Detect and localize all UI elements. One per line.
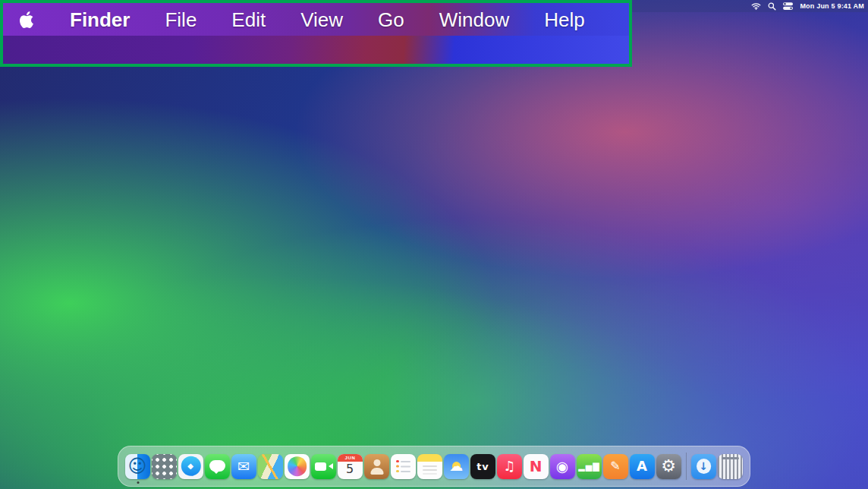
dock-tv-icon[interactable]: tv — [470, 454, 495, 479]
news-glyph: N — [530, 459, 543, 474]
dock-weather-icon[interactable]: ☁ — [444, 454, 469, 479]
dock-reminders-icon[interactable] — [391, 454, 416, 479]
dock-safari-icon[interactable]: ◆ — [178, 454, 203, 479]
dock-facetime-icon[interactable] — [311, 454, 336, 479]
tv-glyph: tv — [476, 462, 489, 472]
dock-photos-icon[interactable] — [285, 454, 310, 479]
dock-system-settings-icon[interactable]: ⚙ — [656, 454, 681, 479]
dock-notes-icon[interactable] — [417, 454, 442, 479]
menu-bar-clock[interactable]: Mon Jun 5 9:41 AM — [800, 2, 864, 10]
dock-music-icon[interactable]: ♫ — [497, 454, 522, 479]
dock-maps-icon[interactable] — [258, 454, 283, 479]
dock-news-icon[interactable]: N — [524, 454, 549, 479]
dock-app-store-icon[interactable]: A — [630, 454, 655, 479]
menu-item-finder[interactable]: Finder — [70, 10, 130, 30]
menu-item-window[interactable]: Window — [439, 10, 509, 30]
callout-menu-bar: FinderFileEditViewGoWindowHelp — [3, 3, 629, 36]
system-settings-glyph: ⚙ — [661, 458, 677, 475]
wifi-icon[interactable] — [751, 2, 761, 10]
photos-disc — [288, 456, 307, 476]
calendar-glyph: 5 — [346, 463, 354, 475]
menu-bar-callout: FinderFileEditViewGoWindowHelp — [0, 0, 632, 67]
music-glyph: ♫ — [503, 459, 516, 473]
dock-trash-icon[interactable] — [718, 454, 743, 479]
dock: ☺◆✉JUN5☁tv♫N◉▂▅▇✎A⚙↓ — [118, 446, 750, 487]
menu-item-help[interactable]: Help — [544, 10, 584, 30]
downloads-glyph: ↓ — [699, 461, 709, 472]
podcasts-glyph: ◉ — [556, 459, 570, 474]
dock-finder-icon[interactable]: ☺ — [125, 454, 150, 479]
calendar-top-label: JUN — [338, 454, 363, 462]
callout-wallpaper-strip — [3, 36, 629, 64]
dock-mail-icon[interactable]: ✉ — [231, 454, 256, 479]
dock-calendar-icon[interactable]: JUN5 — [338, 454, 363, 479]
desktop-wallpaper: Mon Jun 5 9:41 AM FinderFileEditViewGoWi… — [0, 0, 868, 489]
dock-launchpad-icon[interactable] — [152, 454, 177, 479]
apple-menu-icon[interactable] — [18, 10, 35, 30]
pages-glyph: ✎ — [610, 460, 621, 472]
mail-glyph: ✉ — [237, 459, 250, 474]
dock-numbers-icon[interactable]: ▂▅▇ — [577, 454, 602, 479]
dock-divider — [686, 453, 687, 480]
numbers-glyph: ▂▅▇ — [578, 462, 599, 471]
safari-glyph: ◆ — [187, 462, 194, 470]
dock-podcasts-icon[interactable]: ◉ — [550, 454, 575, 479]
menu-item-file[interactable]: File — [165, 10, 197, 30]
menu-item-go[interactable]: Go — [378, 10, 404, 30]
spotlight-icon[interactable] — [768, 2, 776, 11]
app-store-glyph: A — [637, 459, 648, 473]
dock-pages-icon[interactable]: ✎ — [603, 454, 628, 479]
control-center-icon[interactable] — [783, 2, 793, 10]
menu-item-edit[interactable]: Edit — [231, 10, 266, 30]
dock-downloads-icon[interactable]: ↓ — [691, 454, 716, 479]
dock-messages-icon[interactable] — [205, 454, 230, 479]
weather-glyph: ☁ — [449, 459, 464, 473]
menu-item-view[interactable]: View — [300, 10, 343, 30]
dock-contacts-icon[interactable] — [364, 454, 389, 479]
finder-glyph: ☺ — [127, 457, 147, 475]
